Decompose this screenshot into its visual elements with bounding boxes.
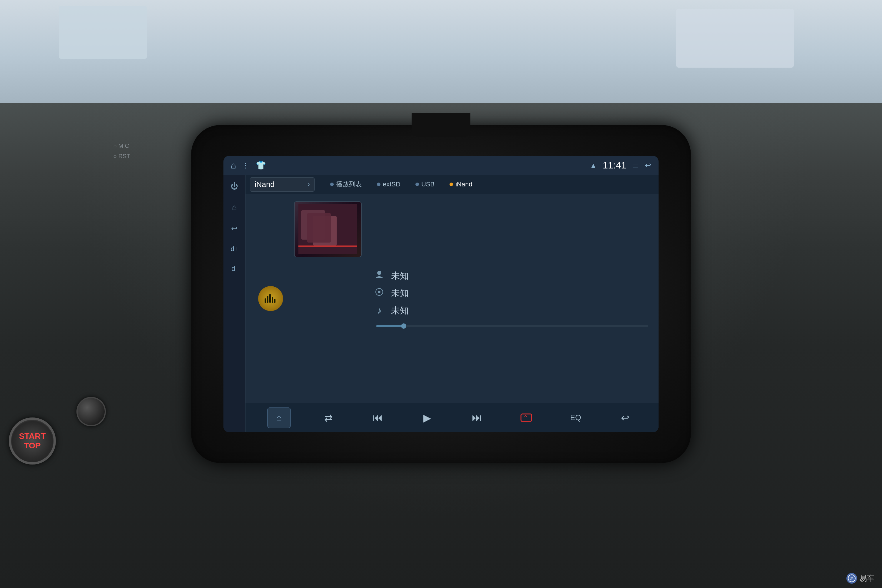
home-button[interactable]: ⌂ <box>267 408 291 428</box>
next-icon: ⏭ <box>472 412 482 423</box>
svg-text:易: 易 <box>850 576 854 580</box>
source-selector[interactable]: iNand › <box>250 177 315 192</box>
tab-inand[interactable]: iNand <box>444 178 477 190</box>
tab-playlist[interactable]: 播放列表 <box>325 178 367 191</box>
infotainment-screen: ⌂ ⋮ 👕 ▲ 11:41 ▭ ↩ ⏻ ⌂ ↩ d+ d- <box>224 156 658 432</box>
main-content: ⏻ ⌂ ↩ d+ d- iNand › 播放列表 <box>224 175 658 432</box>
mic-label: ○ MIC <box>113 142 129 149</box>
power-icon[interactable]: ⏻ <box>228 179 240 193</box>
showroom-background <box>0 0 882 112</box>
home-button-icon: ⌂ <box>276 412 282 423</box>
tab-extsd[interactable]: extSD <box>372 178 406 190</box>
usb-dot <box>416 183 419 186</box>
music-icon: ♪ <box>374 305 385 316</box>
player-left <box>253 201 288 395</box>
svg-rect-1 <box>267 296 268 303</box>
battery-icon: ▭ <box>632 161 639 170</box>
eq-label: EQ <box>570 413 581 422</box>
progress-container <box>374 325 651 327</box>
progress-bar[interactable] <box>376 325 648 327</box>
svg-rect-13 <box>521 414 531 421</box>
album-icon <box>374 287 385 299</box>
album-art-inner <box>295 202 361 256</box>
volume-up-icon[interactable]: d+ <box>228 243 240 255</box>
track-title: 未知 <box>391 304 409 316</box>
back-icon[interactable]: ↩ <box>645 161 651 170</box>
sidebar-home-icon[interactable]: ⌂ <box>230 201 239 214</box>
next-button[interactable]: ⏭ <box>465 408 489 428</box>
rst-label: ○ RST <box>113 153 130 160</box>
svg-point-10 <box>377 271 381 275</box>
artist-row: 未知 <box>374 270 651 282</box>
repeat-button[interactable] <box>514 408 538 428</box>
album-art <box>294 201 362 257</box>
extsd-dot <box>377 183 380 186</box>
start-label-line1: START <box>19 432 46 441</box>
artist-icon <box>374 270 385 282</box>
album-row: 未知 <box>374 287 651 299</box>
screen-bezel: ⌂ ⋮ 👕 ▲ 11:41 ▭ ↩ ⏻ ⌂ ↩ d+ d- <box>191 125 691 463</box>
usb-label: USB <box>421 180 435 188</box>
watermark: 易 易车 <box>846 573 874 584</box>
start-label-line2: TOP <box>24 441 40 450</box>
prev-button[interactable]: ⏮ <box>366 408 390 428</box>
playlist-dot <box>330 183 334 186</box>
progress-fill <box>376 325 404 327</box>
svg-rect-8 <box>307 213 331 243</box>
controls-back-icon: ↩ <box>621 412 629 424</box>
playlist-label: 播放列表 <box>336 180 362 189</box>
start-button[interactable]: START TOP <box>9 417 56 465</box>
menu-icon[interactable]: ⋮ <box>242 161 250 170</box>
source-bar: iNand › 播放列表 extSD <box>246 175 658 194</box>
volume-knob[interactable] <box>76 397 106 426</box>
current-source-label: iNand <box>255 180 274 189</box>
volume-down-icon[interactable]: d- <box>229 262 240 275</box>
watermark-logo: 易 <box>846 573 857 584</box>
source-arrow-icon: › <box>308 180 310 189</box>
watermark-text: 易车 <box>860 573 874 584</box>
status-bar: ⌂ ⋮ 👕 ▲ 11:41 ▭ ↩ <box>224 156 658 175</box>
sidebar-back-icon[interactable]: ↩ <box>229 222 240 236</box>
bezel-notch <box>412 113 470 137</box>
start-button-area: START TOP <box>9 417 68 476</box>
artist-name: 未知 <box>391 270 409 282</box>
svg-point-12 <box>378 291 380 293</box>
home-icon[interactable]: ⌂ <box>231 160 236 171</box>
shirt-icon[interactable]: 👕 <box>256 160 266 170</box>
shuffle-button[interactable]: ⇄ <box>316 408 340 428</box>
extsd-label: extSD <box>383 180 400 188</box>
tab-usb[interactable]: USB <box>410 178 440 190</box>
repeat-icon <box>520 412 532 423</box>
controls-back-button[interactable]: ↩ <box>613 408 637 428</box>
status-left: ⌂ ⋮ 👕 <box>231 160 266 171</box>
track-info: 未知 未知 ♪ 未知 <box>368 201 651 395</box>
svg-rect-3 <box>272 297 273 303</box>
svg-rect-4 <box>274 299 276 303</box>
sidebar: ⏻ ⌂ ↩ d+ d- <box>224 175 246 432</box>
source-tabs: 播放列表 extSD USB iNand <box>325 178 478 191</box>
album-name: 未知 <box>391 287 409 299</box>
inand-label: iNand <box>455 180 472 188</box>
svg-rect-0 <box>265 298 266 303</box>
play-button[interactable]: ▶ <box>416 408 439 428</box>
status-time: 11:41 <box>603 160 626 171</box>
eq-button[interactable]: EQ <box>564 408 587 428</box>
svg-rect-9 <box>298 246 357 247</box>
controls-bar: ⌂ ⇄ ⏮ ▶ ⏭ <box>246 403 658 432</box>
svg-rect-2 <box>269 294 271 303</box>
player-area: 未知 未知 ♪ 未知 <box>246 194 658 403</box>
wifi-icon: ▲ <box>590 161 597 170</box>
shuffle-icon: ⇄ <box>324 412 333 424</box>
progress-thumb[interactable] <box>401 323 406 329</box>
play-icon: ▶ <box>423 412 431 424</box>
title-row: ♪ 未知 <box>374 304 651 316</box>
status-right: ▲ 11:41 ▭ ↩ <box>590 160 651 171</box>
prev-icon: ⏮ <box>373 412 383 423</box>
inand-dot <box>450 183 453 186</box>
music-wave-icon <box>258 286 283 311</box>
content-area: iNand › 播放列表 extSD <box>246 175 658 432</box>
